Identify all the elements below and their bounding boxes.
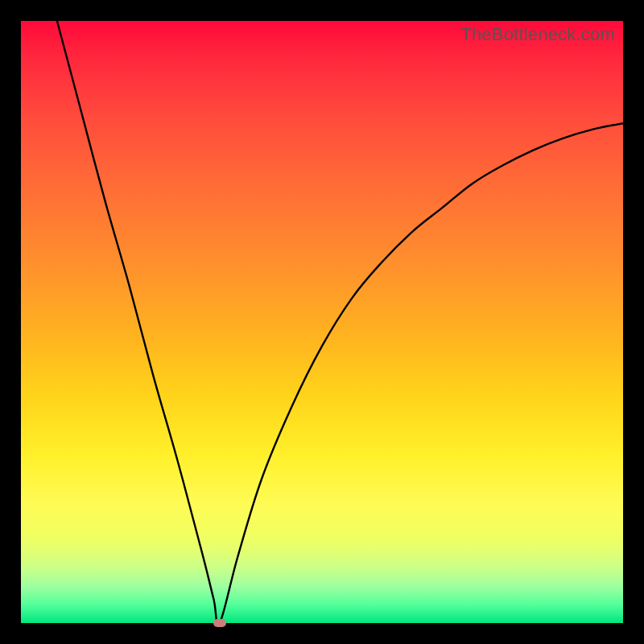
minimum-marker (213, 619, 226, 627)
bottleneck-curve (21, 21, 623, 623)
chart-frame: TheBottleneck.com (0, 0, 644, 644)
curve-path (57, 21, 623, 623)
plot-area: TheBottleneck.com (21, 21, 623, 623)
